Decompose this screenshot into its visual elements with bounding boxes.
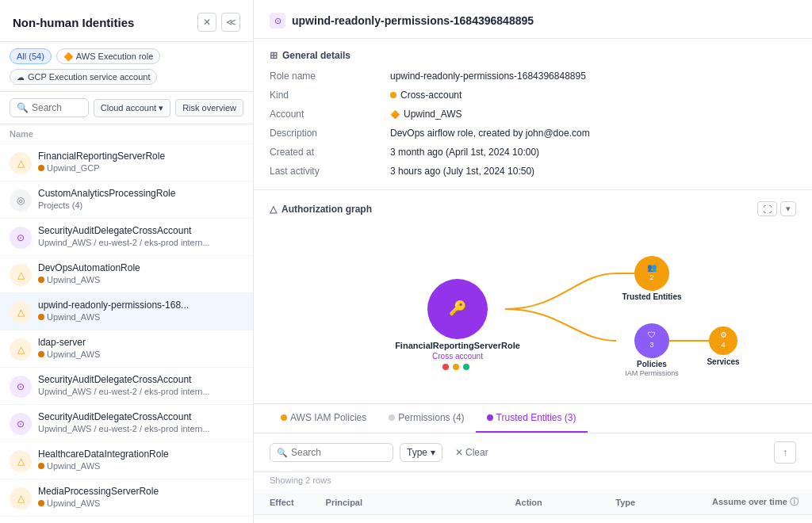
detail-value: DevOps airflow role, created by john@doe… bbox=[390, 126, 796, 140]
collapse-button[interactable]: ≪ bbox=[221, 13, 240, 32]
aws-chip-icon: 🔶 bbox=[63, 52, 73, 61]
clear-x-icon: ✕ bbox=[455, 447, 463, 458]
svg-text:👥: 👥 bbox=[647, 262, 657, 273]
detail-label: Description bbox=[270, 126, 381, 140]
auth-graph-title: △ Authorization graph bbox=[270, 204, 372, 215]
item-dot bbox=[38, 314, 44, 320]
cell-action: sts:AssumeRole bbox=[500, 515, 600, 524]
list-item[interactable]: ⊙ SecurityAuditDelegateCrossAccount Upwi… bbox=[0, 219, 253, 256]
filter-all[interactable]: All (54) bbox=[10, 48, 52, 64]
close-button[interactable]: ✕ bbox=[197, 13, 216, 32]
role-header: ⊙ upwind-readonly-permissions-1684396848… bbox=[254, 0, 812, 39]
svg-text:🛡: 🛡 bbox=[648, 330, 656, 339]
filter-aws-label: AWS Execution role bbox=[76, 52, 153, 61]
item-sub: Upwind_AWS / eu-west-2 / eks-prod intern… bbox=[38, 387, 243, 396]
auth-graph-icon: △ bbox=[270, 204, 277, 215]
list-item[interactable]: ⊙ SecurityAuditDelegateCrossAccount Upwi… bbox=[0, 368, 253, 405]
search-box[interactable]: 🔍 bbox=[10, 98, 89, 117]
detail-label: Created at bbox=[270, 145, 381, 159]
general-details-icon: ⊞ bbox=[270, 50, 278, 61]
table-toolbar: 🔍 Type ▾ ✕ Clear ↑ bbox=[254, 433, 812, 472]
list-item[interactable]: △ HealthcareDataIntegrationRole Upwind_A… bbox=[0, 442, 253, 479]
permissions-dot bbox=[389, 414, 395, 421]
tab-trusted-entities[interactable]: Trusted Entities (3) bbox=[476, 404, 588, 433]
svg-text:Policies: Policies bbox=[637, 360, 667, 368]
search-icon: 🔍 bbox=[17, 102, 29, 113]
detail-label: Role name bbox=[270, 69, 381, 83]
info-icon: ⓘ bbox=[790, 497, 799, 506]
col-principal: Principal bbox=[310, 490, 500, 515]
detail-label: Account bbox=[270, 107, 381, 121]
left-panel-title: Non-human Identities bbox=[13, 16, 134, 29]
detail-value: 3 hours ago (July 1st, 2024 10:50) bbox=[390, 164, 796, 178]
scroll-top-button[interactable]: ↑ bbox=[774, 441, 796, 464]
item-icon: △ bbox=[10, 301, 32, 323]
table-search-input[interactable] bbox=[291, 447, 386, 458]
cell-type: Internal account 🔗 ID 123456789012 bbox=[599, 515, 696, 524]
account-icon: 🔶 bbox=[390, 110, 400, 119]
detail-grid: Role nameupwind-readonly-permissions-168… bbox=[270, 69, 796, 178]
list-item[interactable]: ◎ CustomAnalyticsProcessingRole Projects… bbox=[0, 181, 253, 219]
detail-value: Cross-account bbox=[390, 88, 796, 102]
svg-text:FinancialReportingServerRole: FinancialReportingServerRole bbox=[395, 341, 520, 350]
detail-value: upwind-readonly-permissions-168439684889… bbox=[390, 69, 796, 83]
item-sub: Upwind_AWS bbox=[38, 498, 243, 508]
type-filter-chevron: ▾ bbox=[431, 447, 435, 458]
list-item[interactable]: △ MediaProcessingServerRole Upwind_AWS bbox=[0, 479, 253, 517]
item-name: DevOpsAutomationRole bbox=[38, 262, 243, 273]
filter-aws[interactable]: 🔶 AWS Execution role bbox=[56, 48, 160, 64]
list-item[interactable]: △ DevOpsAutomationRole Upwind_AWS bbox=[0, 256, 253, 293]
toggle-graph-button[interactable]: ▾ bbox=[780, 201, 796, 216]
filter-gcp-label: GCP Execution service account bbox=[28, 72, 150, 82]
svg-text:IAM Permissions: IAM Permissions bbox=[625, 369, 679, 377]
gcp-chip-icon: ☁ bbox=[17, 73, 25, 82]
filter-gcp[interactable]: ☁ GCP Execution service account bbox=[10, 69, 157, 85]
tab-permissions[interactable]: Permissions (4) bbox=[377, 404, 475, 433]
cell-effect: Allow bbox=[254, 515, 310, 524]
list-item[interactable]: △ upwind-readonly-permissions-168... Upw… bbox=[0, 293, 253, 330]
item-name: SecurityAuditDelegateCrossAccount bbox=[38, 225, 243, 236]
list-item[interactable]: ⊙ SecurityAuditDelegateCrossAccount Upwi… bbox=[0, 405, 253, 442]
risk-overview-tab[interactable]: Risk overview bbox=[175, 99, 243, 116]
list-item[interactable]: △ ldap-server Upwind_AWS bbox=[0, 330, 253, 368]
item-icon: △ bbox=[10, 338, 32, 361]
item-name: MediaProcessingServerRole bbox=[38, 486, 243, 497]
item-name: SecurityAuditDelegateCrossAccount bbox=[38, 411, 243, 422]
table-body: Allow AWS:arn:aws:iam::12345678789:root … bbox=[254, 515, 812, 524]
expand-graph-button[interactable]: ⛶ bbox=[757, 201, 777, 216]
item-dot bbox=[38, 500, 44, 506]
table-row: Allow AWS:arn:aws:iam::12345678789:root … bbox=[254, 515, 812, 524]
list-item[interactable]: △ FinancialReportingServerRole Upwind_GC… bbox=[0, 144, 253, 181]
item-dot bbox=[38, 165, 44, 171]
search-input[interactable] bbox=[32, 102, 82, 113]
auth-graph-svg: 🔑 FinancialReportingServerRole Cross acc… bbox=[270, 226, 796, 392]
type-filter[interactable]: Type ▾ bbox=[400, 443, 442, 462]
svg-text:Cross account: Cross account bbox=[432, 352, 483, 361]
auth-graph-section: △ Authorization graph ⛶ ▾ 🔑 bbox=[254, 190, 812, 404]
auth-graph-container: 🔑 FinancialReportingServerRole Cross acc… bbox=[270, 226, 796, 392]
table-search-box[interactable]: 🔍 bbox=[270, 443, 393, 462]
svg-text:2: 2 bbox=[649, 273, 653, 281]
item-sub: Projects (4) bbox=[38, 200, 243, 210]
cloud-account-tab[interactable]: Cloud account ▾ bbox=[94, 99, 170, 117]
detail-value: 🔶Upwind_AWS bbox=[390, 107, 796, 121]
item-dot bbox=[38, 351, 44, 357]
table-search-icon: 🔍 bbox=[277, 448, 288, 458]
clear-filter-button[interactable]: ✕ Clear bbox=[449, 444, 495, 461]
detail-value: 3 month ago (April 1st, 2024 10:00) bbox=[390, 145, 796, 159]
item-icon: ⊙ bbox=[10, 413, 32, 435]
left-panel: Non-human Identities ✕ ≪ All (54) 🔶 AWS … bbox=[0, 0, 254, 523]
item-sub: Upwind_AWS bbox=[38, 461, 243, 471]
item-icon: ◎ bbox=[10, 189, 32, 212]
item-name: ldap-server bbox=[38, 337, 243, 348]
trusted-entities-table: Effect Principal Action Type Assume over… bbox=[254, 490, 812, 523]
item-icon: △ bbox=[10, 264, 32, 286]
tab-aws-iam-policies[interactable]: AWS IAM Policies bbox=[270, 404, 377, 433]
kind-dot bbox=[390, 92, 396, 98]
list-item[interactable]: △ backup-server Upwind_AWS bbox=[0, 517, 253, 523]
svg-point-5 bbox=[453, 364, 459, 370]
item-name: HealthcareDataIntegrationRole bbox=[38, 449, 243, 460]
svg-text:🔑: 🔑 bbox=[449, 300, 467, 317]
search-row: 🔍 Cloud account ▾ Risk overview bbox=[0, 92, 253, 124]
item-sub: Upwind_AWS / eu-west-2 / eks-prod intern… bbox=[38, 424, 243, 433]
